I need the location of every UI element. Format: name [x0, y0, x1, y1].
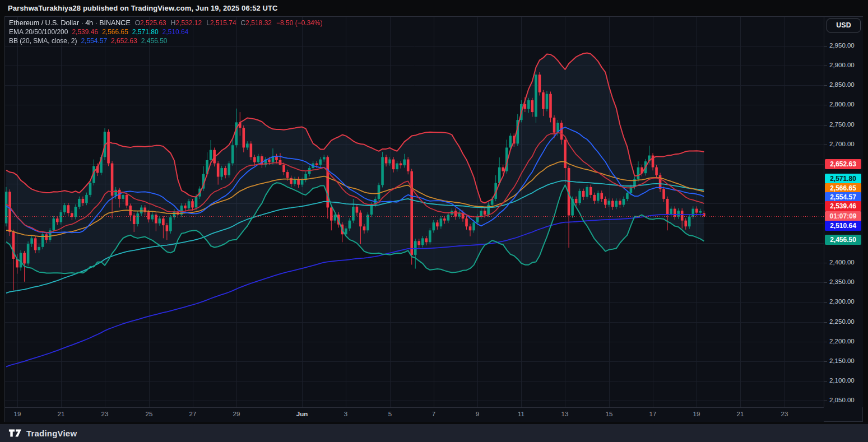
- price-badge: 2,456.50: [825, 235, 861, 245]
- low-value: 2,515.74: [210, 19, 236, 27]
- price-axis-label: 2,100.00: [829, 377, 855, 384]
- low-label: L: [206, 19, 210, 27]
- bb-legend-value: 2,456.50: [141, 37, 168, 45]
- close-value: 2,518.32: [245, 19, 272, 27]
- currency-toggle-button[interactable]: USD: [827, 18, 861, 32]
- price-axis-label: 2,750.00: [829, 121, 855, 128]
- close-label: C: [241, 19, 246, 27]
- bb-legend-value: 2,554.57: [81, 37, 107, 45]
- published-header: ParshwaTurakhiya28 published on TradingV…: [8, 0, 278, 16]
- bb-legend-values: 2,554.572,652.632,456.50: [77, 37, 167, 45]
- bb-legend-title: BB (20, SMA, close, 2): [9, 37, 77, 45]
- time-axis[interactable]: 192123252729Jun357911131517192123: [5, 407, 824, 422]
- price-axis-label: 2,350.00: [829, 278, 855, 285]
- time-axis-label: 23: [101, 411, 109, 417]
- ema-legend-value: 2,510.64: [163, 28, 189, 36]
- price-axis-label: 2,700.00: [829, 141, 855, 147]
- time-axis-label: 25: [146, 411, 153, 417]
- time-axis-label: 3: [344, 411, 347, 417]
- time-axis-label: 19: [14, 411, 21, 417]
- time-axis-label: 5: [388, 411, 392, 417]
- price-axis-label: 2,950.00: [829, 42, 855, 49]
- high-value: 2,532.12: [175, 19, 202, 27]
- time-axis-label: 15: [606, 411, 613, 417]
- time-axis-label: 27: [189, 411, 197, 417]
- ema-legend-title: EMA 20/50/100/200: [9, 28, 68, 36]
- bb-legend-value: 2,652.63: [111, 37, 137, 45]
- time-axis-label: 7: [432, 411, 435, 417]
- time-axis-label: 23: [781, 411, 788, 417]
- price-axis-label: 2,400.00: [829, 259, 855, 266]
- price-axis-label: 2,300.00: [829, 298, 855, 305]
- time-axis-label: 13: [561, 411, 569, 417]
- time-axis-label: 29: [233, 411, 240, 417]
- price-axis-label: 2,900.00: [829, 62, 855, 68]
- ema-legend-value: 2,566.65: [102, 28, 128, 36]
- tradingview-logo[interactable]: [8, 429, 22, 438]
- time-axis-label: 21: [58, 411, 65, 417]
- ema-legend-values: 2,539.462,566.652,571.802,510.64: [68, 28, 188, 36]
- price-axis-label: 2,050.00: [829, 397, 855, 403]
- change-value: −8.50 (−0.34%): [276, 19, 323, 27]
- price-badge: 2,539.46: [825, 201, 861, 211]
- tradingview-brand-text[interactable]: TradingView: [26, 429, 77, 438]
- bottom-toolbar: TradingView: [0, 424, 868, 442]
- price-badge: 01:07:09: [825, 211, 861, 221]
- time-axis-label: Jun: [296, 411, 308, 417]
- time-axis-label: 9: [476, 411, 479, 417]
- price-axis-label: 2,850.00: [829, 81, 855, 88]
- time-axis-label: 17: [649, 411, 657, 417]
- open-value: 2,525.63: [140, 19, 166, 27]
- time-axis-label: 19: [693, 411, 700, 417]
- time-axis-label: 11: [518, 411, 524, 417]
- price-axis-label: 2,200.00: [829, 338, 855, 345]
- ema-legend-value: 2,539.46: [72, 28, 98, 36]
- symbol-title: Ethereum / U.S. Dollar · 4h · BINANCE: [9, 19, 131, 27]
- price-axis-label: 2,250.00: [829, 318, 855, 325]
- time-axis-label: 21: [737, 411, 744, 417]
- price-axis[interactable]: USD 2,950.002,900.002,850.002,800.002,75…: [824, 17, 863, 407]
- ema-legend-value: 2,571.80: [132, 28, 159, 36]
- symbol-legend-row: Ethereum / U.S. Dollar · 4h · BINANCEO2,…: [9, 19, 323, 27]
- price-axis-label: 2,800.00: [829, 101, 855, 108]
- chart-frame: Ethereum / U.S. Dollar · 4h · BINANCEO2,…: [4, 16, 863, 422]
- price-badge: 2,652.63: [825, 159, 861, 169]
- open-label: O: [135, 19, 140, 27]
- price-chart-canvas[interactable]: [5, 17, 824, 407]
- price-badge: 2,510.64: [825, 221, 861, 231]
- ema-legend-row: EMA 20/50/100/2002,539.462,566.652,571.8…: [9, 28, 323, 36]
- bb-legend-row: BB (20, SMA, close, 2)2,554.572,652.632,…: [9, 37, 323, 45]
- price-badge: 2,571.80: [825, 174, 861, 184]
- chart-legend: Ethereum / U.S. Dollar · 4h · BINANCEO2,…: [9, 19, 323, 46]
- tradingview-logo-icon: [8, 429, 22, 438]
- price-axis-label: 2,150.00: [829, 357, 855, 364]
